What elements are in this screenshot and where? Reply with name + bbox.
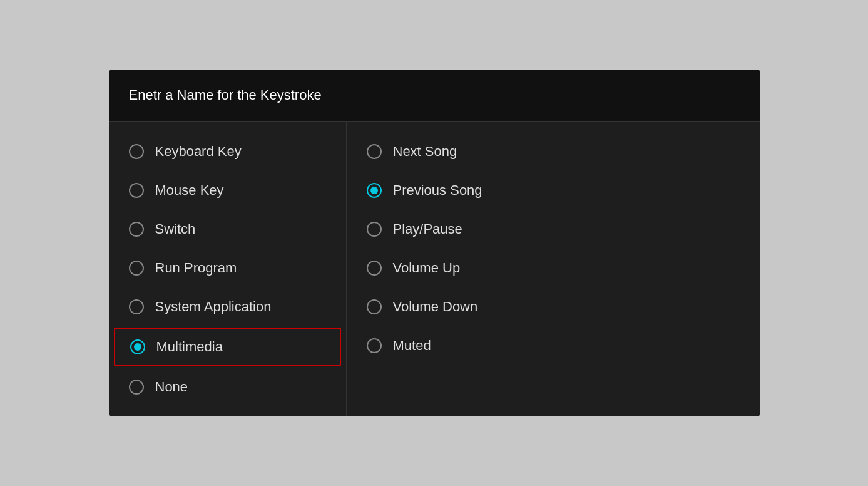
column-right: Next SongPrevious SongPlay/PauseVolume U… xyxy=(347,122,760,416)
radio-circle-muted xyxy=(367,338,382,353)
radio-label-keyboard-key: Keyboard Key xyxy=(155,143,242,160)
radio-label-muted: Muted xyxy=(393,338,431,354)
radio-circle-volume-down xyxy=(367,299,382,314)
radio-item-run-program[interactable]: Run Program xyxy=(109,249,346,287)
radio-label-volume-down: Volume Down xyxy=(393,299,478,315)
radio-item-none[interactable]: None xyxy=(109,368,346,406)
radio-circle-volume-up xyxy=(367,261,382,276)
radio-circle-system-application xyxy=(129,299,144,314)
radio-item-volume-down[interactable]: Volume Down xyxy=(347,287,760,326)
radio-circle-mouse-key xyxy=(129,183,144,198)
radio-item-next-song[interactable]: Next Song xyxy=(347,132,760,171)
radio-item-volume-up[interactable]: Volume Up xyxy=(347,249,760,287)
radio-item-mouse-key[interactable]: Mouse Key xyxy=(109,171,346,210)
dialog: Enetr a Name for the Keystroke Keyboard … xyxy=(109,70,760,416)
radio-circle-keyboard-key xyxy=(129,144,144,159)
radio-item-previous-song[interactable]: Previous Song xyxy=(347,171,760,210)
radio-item-multimedia[interactable]: Multimedia xyxy=(114,328,341,366)
radio-label-previous-song: Previous Song xyxy=(393,182,483,199)
radio-label-multimedia: Multimedia xyxy=(156,339,223,355)
radio-item-muted[interactable]: Muted xyxy=(347,326,760,365)
radio-item-system-application[interactable]: System Application xyxy=(109,287,346,326)
radio-circle-none xyxy=(129,380,144,395)
radio-circle-previous-song xyxy=(367,183,382,198)
radio-circle-play-pause xyxy=(367,222,382,237)
radio-label-next-song: Next Song xyxy=(393,143,457,160)
radio-circle-multimedia xyxy=(130,339,145,354)
radio-circle-next-song xyxy=(367,144,382,159)
column-left: Keyboard KeyMouse KeySwitchRun ProgramSy… xyxy=(109,122,347,416)
radio-label-play-pause: Play/Pause xyxy=(393,221,462,237)
dialog-header: Enetr a Name for the Keystroke xyxy=(109,70,760,122)
radio-item-play-pause[interactable]: Play/Pause xyxy=(347,210,760,249)
radio-item-keyboard-key[interactable]: Keyboard Key xyxy=(109,132,346,171)
radio-circle-run-program xyxy=(129,261,144,276)
radio-label-volume-up: Volume Up xyxy=(393,260,461,276)
dialog-body: Keyboard KeyMouse KeySwitchRun ProgramSy… xyxy=(109,122,760,416)
radio-circle-switch xyxy=(129,222,144,237)
radio-label-switch: Switch xyxy=(155,221,196,237)
radio-label-none: None xyxy=(155,379,188,395)
radio-label-mouse-key: Mouse Key xyxy=(155,182,224,199)
radio-item-switch[interactable]: Switch xyxy=(109,210,346,249)
dialog-title: Enetr a Name for the Keystroke xyxy=(129,87,322,103)
radio-label-run-program: Run Program xyxy=(155,260,237,276)
radio-label-system-application: System Application xyxy=(155,299,272,315)
